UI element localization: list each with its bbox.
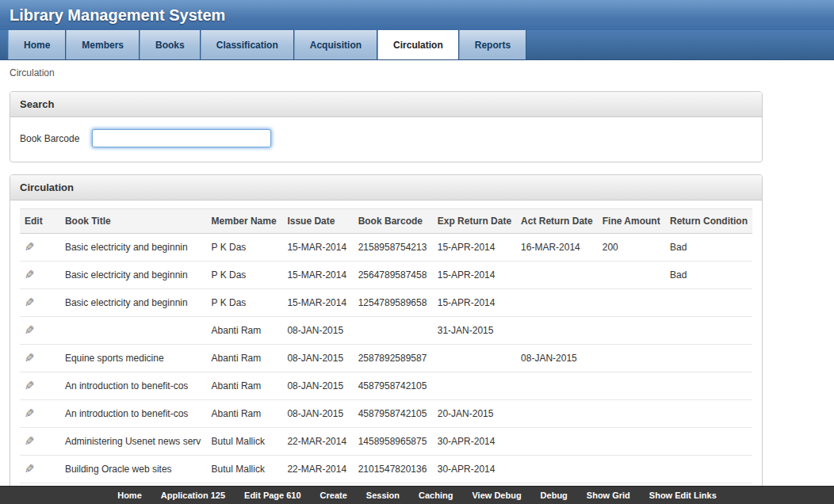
nav-tab[interactable]: Circulation <box>377 30 459 59</box>
edit-cell: ✎ <box>20 345 60 372</box>
cell-exp-return-date: 15-APR-2014 <box>433 234 516 262</box>
cell-book-barcode: 4587958742105 <box>354 400 433 428</box>
cell-issue-date: 22-MAR-2014 <box>282 456 353 483</box>
table-body: ✎ Basic electricity and beginnin P K Das… <box>20 234 752 504</box>
cell-fine-amount <box>598 345 665 372</box>
cell-issue-date: 22-MAR-2014 <box>282 428 353 456</box>
cell-exp-return-date: 15-APR-2014 <box>433 262 516 289</box>
edit-link[interactable]: ✎ <box>25 409 35 420</box>
edit-link[interactable]: ✎ <box>25 464 35 475</box>
edit-cell: ✎ <box>20 456 60 483</box>
table-row: ✎ Basic electricity and beginnin P K Das… <box>20 289 752 317</box>
dev-toolbar-link[interactable]: Create <box>320 491 347 500</box>
cell-member-name: Abanti Ram <box>207 317 283 345</box>
cell-issue-date: 08-JAN-2015 <box>282 400 353 428</box>
cell-act-return-date <box>516 400 598 428</box>
nav-tab[interactable]: Reports <box>459 30 526 59</box>
cell-member-name: Butul Mallick <box>207 456 283 483</box>
edit-cell: ✎ <box>20 262 60 289</box>
edit-link[interactable]: ✎ <box>25 381 35 392</box>
dev-toolbar-link[interactable]: Debug <box>541 491 568 500</box>
cell-fine-amount <box>598 317 665 345</box>
cell-return-condition <box>665 289 752 317</box>
cell-issue-date: 08-JAN-2015 <box>282 345 353 372</box>
cell-return-condition: Bad <box>665 234 752 262</box>
cell-fine-amount <box>598 372 665 400</box>
cell-book-title: Building Oracle web sites <box>60 456 207 483</box>
cell-issue-date: 08-JAN-2015 <box>282 372 353 400</box>
dev-toolbar-link[interactable]: Session <box>366 491 400 500</box>
dev-toolbar-link[interactable]: Show Grid <box>587 491 630 500</box>
nav-tab[interactable]: Home <box>8 30 66 59</box>
book-barcode-label: Book Barcode <box>20 133 79 144</box>
edit-cell: ✎ <box>20 372 60 400</box>
cell-member-name: P K Das <box>207 289 283 317</box>
main-content: Search Book Barcode Circulation Edit Boo… <box>0 86 834 504</box>
cell-member-name: P K Das <box>207 262 283 289</box>
dev-toolbar-link[interactable]: View Debug <box>472 491 521 500</box>
book-barcode-input[interactable] <box>92 129 271 147</box>
column-header: Edit <box>20 209 60 234</box>
cell-book-title <box>60 317 207 345</box>
edit-icon: ✎ <box>25 462 35 476</box>
cell-fine-amount <box>598 456 665 483</box>
table-row: ✎ Basic electricity and beginnin P K Das… <box>20 262 752 289</box>
edit-cell: ✎ <box>20 289 60 317</box>
dev-toolbar-link[interactable]: Edit Page 610 <box>244 491 301 500</box>
circulation-region: Circulation Edit Book Title Member Name … <box>10 174 763 504</box>
cell-act-return-date <box>516 289 598 317</box>
edit-icon: ✎ <box>25 379 35 393</box>
edit-link[interactable]: ✎ <box>25 326 35 337</box>
dev-toolbar-link[interactable]: Home <box>117 491 142 500</box>
table-header-row: Edit Book Title Member Name Issue Date B… <box>20 209 752 234</box>
breadcrumb-item-circulation[interactable]: Circulation <box>10 67 55 78</box>
dev-toolbar-link[interactable]: Caching <box>419 491 453 500</box>
cell-book-title: Basic electricity and beginnin <box>60 262 207 289</box>
cell-issue-date: 08-JAN-2015 <box>282 317 353 345</box>
edit-link[interactable]: ✎ <box>25 298 35 309</box>
cell-book-barcode: 2158958754213 <box>354 234 433 262</box>
edit-link[interactable]: ✎ <box>25 270 35 281</box>
column-header: Fine Amount <box>598 209 665 234</box>
app-header: Library Management System <box>0 0 834 30</box>
cell-exp-return-date: 15-APR-2014 <box>433 289 516 317</box>
cell-return-condition <box>665 345 752 372</box>
column-header: Issue Date <box>282 209 353 234</box>
cell-member-name: Abanti Ram <box>207 400 283 428</box>
circulation-table: Edit Book Title Member Name Issue Date B… <box>20 208 752 504</box>
edit-link[interactable]: ✎ <box>25 242 35 254</box>
cell-exp-return-date: 30-APR-2014 <box>433 456 516 483</box>
nav-tab-label: Circulation <box>393 40 443 51</box>
edit-icon: ✎ <box>25 268 35 282</box>
cell-fine-amount: 200 <box>598 234 665 262</box>
edit-icon: ✎ <box>25 240 35 254</box>
cell-act-return-date: 08-JAN-2015 <box>516 345 598 372</box>
cell-book-barcode: 2564789587458 <box>354 262 433 289</box>
edit-icon: ✎ <box>25 407 35 421</box>
search-region-title: Search <box>10 92 762 117</box>
edit-icon: ✎ <box>25 351 35 365</box>
dev-toolbar-link[interactable]: Application 125 <box>161 491 225 500</box>
nav-tab[interactable]: Classification <box>201 30 294 59</box>
nav-tab[interactable]: Members <box>66 30 140 59</box>
dev-toolbar-link[interactable]: Show Edit Links <box>649 491 717 500</box>
table-row: ✎ An introduction to benefit-cos Abanti … <box>20 372 752 400</box>
cell-book-title: Basic electricity and beginnin <box>60 289 207 317</box>
nav-tab[interactable]: Books <box>140 30 201 59</box>
app-title: Library Management System <box>10 6 225 25</box>
nav-tab-label: Books <box>155 40 185 51</box>
cell-book-barcode: 2101547820136 <box>354 456 433 483</box>
cell-exp-return-date <box>433 345 516 372</box>
edit-cell: ✎ <box>20 234 60 262</box>
edit-cell: ✎ <box>20 400 60 428</box>
edit-cell: ✎ <box>20 428 60 456</box>
search-region: Search Book Barcode <box>10 91 763 162</box>
nav-tab[interactable]: Acquisition <box>294 30 377 59</box>
cell-return-condition <box>665 400 752 428</box>
edit-link[interactable]: ✎ <box>25 353 35 365</box>
cell-book-title: An introduction to benefit-cos <box>60 372 207 400</box>
edit-link[interactable]: ✎ <box>25 437 35 448</box>
edit-icon: ✎ <box>25 296 35 310</box>
column-header: Exp Return Date <box>433 209 516 234</box>
cell-act-return-date <box>516 372 598 400</box>
